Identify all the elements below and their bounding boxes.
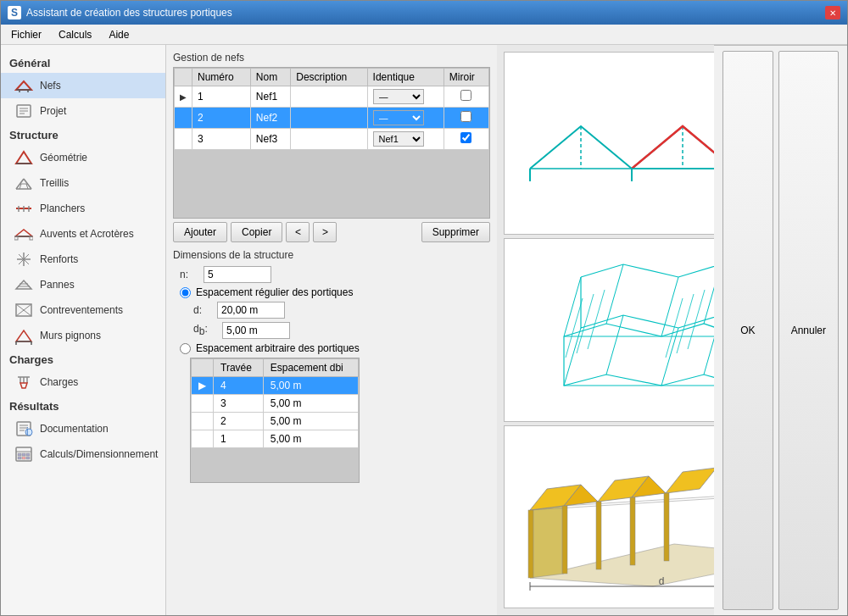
row-miroir <box>444 108 488 129</box>
table-row[interactable]: 2 5,00 m <box>192 413 359 430</box>
sidebar-label-contreventements: Contreventements <box>40 304 123 316</box>
col-travee-label: Travée <box>214 359 264 377</box>
next-button[interactable]: > <box>313 222 337 242</box>
sidebar-item-contreventements[interactable]: Contreventements <box>1 297 165 323</box>
sidebar-label-nefs: Nefs <box>40 80 61 92</box>
prev-button[interactable]: < <box>286 222 310 242</box>
copier-button[interactable]: Copier <box>231 222 282 242</box>
spacing-espacement: 5,00 m <box>263 430 358 448</box>
nefs-table-empty-area <box>174 150 489 218</box>
identique-select-2[interactable]: Nef1 <box>373 131 424 147</box>
svg-line-76 <box>566 298 583 358</box>
spacing-arrow <box>192 413 214 430</box>
main-content: Gestion de nefs Numéro Nom Description I… <box>166 45 714 615</box>
svg-text:i: i <box>26 425 29 437</box>
spacing-travee: 1 <box>214 430 264 448</box>
ok-button[interactable]: OK <box>722 51 773 610</box>
row-desc <box>291 129 367 150</box>
sidebar-item-renforts[interactable]: Renforts <box>1 247 165 272</box>
table-row[interactable]: ▶ 4 5,00 m <box>192 377 359 395</box>
row-desc <box>291 108 367 129</box>
col-nom: Nom <box>250 69 290 86</box>
sidebar-item-murs[interactable]: Murs pignons <box>1 323 165 348</box>
sidebar-label-auvents: Auvents et Acrotères <box>40 228 134 240</box>
menu-fichier[interactable]: Fichier <box>4 27 48 42</box>
sidebar-item-pannes[interactable]: Pannes <box>1 272 165 297</box>
miroir-checkbox-2[interactable] <box>460 132 471 143</box>
radio-regulier[interactable] <box>180 287 191 298</box>
svg-rect-56 <box>26 457 30 459</box>
close-button[interactable]: ✕ <box>825 6 840 19</box>
sidebar-item-documentation[interactable]: i Documentation <box>1 416 165 441</box>
svg-marker-0 <box>16 81 31 90</box>
table-row[interactable]: 1 5,00 m <box>192 430 359 448</box>
db-input[interactable] <box>222 322 290 339</box>
table-row[interactable]: ▶ 1 Nef1 — <box>175 86 489 108</box>
right-panel: d d_b d_b n <box>497 45 714 615</box>
sidebar-label-renforts: Renforts <box>40 253 78 265</box>
row-num: 2 <box>192 108 251 129</box>
spacing-espacement: 5,00 m <box>263 377 358 395</box>
nefs-table: Numéro Nom Description Identique Miroir … <box>174 68 489 150</box>
sidebar-item-geometrie[interactable]: Géométrie <box>1 145 165 170</box>
identique-select-1[interactable]: — <box>373 110 424 125</box>
charges-icon <box>14 373 33 391</box>
sidebar-item-calculs[interactable]: Calculs/Dimensionnement <box>1 441 165 467</box>
table-row[interactable]: 3 5,00 m <box>192 395 359 413</box>
preview-3d-solid-svg: d d_b d_b n <box>505 442 714 591</box>
spacing-espacement: 5,00 m <box>263 395 358 413</box>
radio2-row: Espacement arbitraire des portiques <box>173 342 490 354</box>
calculs-icon <box>14 445 33 463</box>
n-input[interactable] <box>204 266 271 283</box>
menu-bar: Fichier Calculs Aide <box>1 25 847 45</box>
radio-arbitraire[interactable] <box>180 343 191 354</box>
sidebar-item-planchers[interactable]: Planchers <box>1 196 165 221</box>
svg-rect-93 <box>528 510 533 578</box>
nefs-table-header: Numéro Nom Description Identique Miroir <box>175 69 489 86</box>
nefs-table-container: Numéro Nom Description Identique Miroir … <box>173 67 490 219</box>
svg-rect-96 <box>630 497 635 565</box>
menu-calculs[interactable]: Calculs <box>52 27 98 42</box>
svg-rect-54 <box>18 457 21 459</box>
row-nom: Nef1 <box>250 86 290 108</box>
menu-aide[interactable]: Aide <box>102 27 136 42</box>
table-row[interactable]: 2 Nef2 — <box>175 108 489 129</box>
sidebar-label-projet: Projet <box>40 105 66 117</box>
col-identique: Identique <box>367 69 444 86</box>
spacing-arrow: ▶ <box>192 377 214 395</box>
col-arrow <box>175 69 192 86</box>
dimensions-title: Dimensions de la structure <box>173 249 490 261</box>
sidebar-item-nefs[interactable]: Nefs <box>1 73 165 98</box>
spacing-header: Travée Espacement dbi <box>192 359 359 377</box>
spacing-espacement: 5,00 m <box>263 413 358 430</box>
sidebar-item-treillis[interactable]: Treillis <box>1 170 165 196</box>
row-miroir <box>444 129 488 150</box>
sidebar-item-projet[interactable]: Projet <box>1 98 165 124</box>
svg-rect-52 <box>22 453 25 456</box>
miroir-checkbox-1[interactable] <box>460 111 471 122</box>
sidebar-label-planchers: Planchers <box>40 203 85 214</box>
miroir-checkbox-0[interactable] <box>460 90 471 101</box>
row-arrow: ▶ <box>175 86 192 108</box>
section-resultats: Résultats <box>1 395 165 416</box>
svg-line-67 <box>606 264 623 324</box>
sidebar-item-auvents[interactable]: Auvents et Acrotères <box>1 221 165 247</box>
table-row[interactable]: 3 Nef3 Nef1 <box>175 129 489 150</box>
svg-marker-92 <box>666 468 714 493</box>
cancel-button[interactable]: Annuler <box>778 51 839 610</box>
content-area: Général Nefs Projet <box>1 45 847 615</box>
svg-rect-55 <box>22 457 25 459</box>
radio1-row: Espacement régulier des portiques <box>173 286 490 298</box>
supprimer-button[interactable]: Supprimer <box>421 222 490 242</box>
pannes-icon <box>14 275 33 294</box>
sidebar-item-charges[interactable]: Charges <box>1 369 165 395</box>
d-input[interactable] <box>217 302 285 319</box>
murs-icon <box>14 326 33 345</box>
nefs-icon <box>14 76 33 95</box>
svg-rect-51 <box>18 453 21 456</box>
preview-3d-solid: d d_b d_b n <box>504 425 714 608</box>
sidebar: Général Nefs Projet <box>1 45 166 615</box>
ajouter-button[interactable]: Ajouter <box>173 222 227 242</box>
planchers-icon <box>14 199 33 218</box>
identique-select-0[interactable]: — <box>373 89 424 104</box>
